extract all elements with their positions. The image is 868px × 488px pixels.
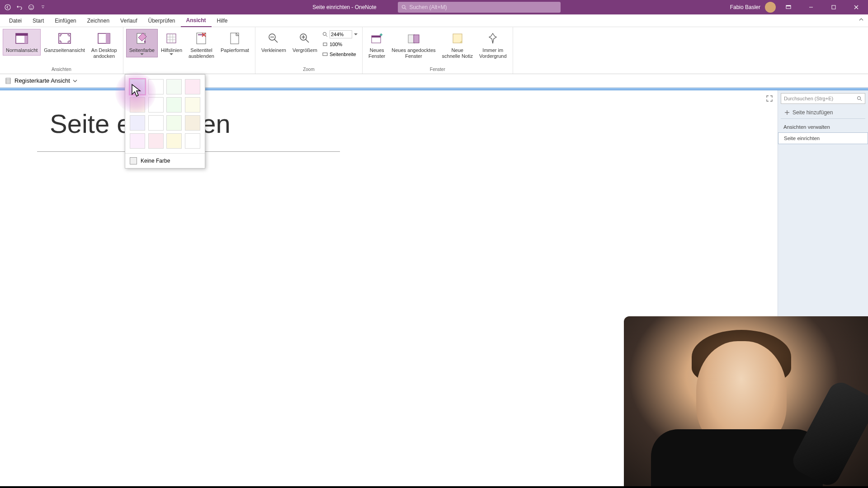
expand-icon[interactable] [766, 95, 773, 102]
color-swatch[interactable] [130, 79, 145, 94]
always-on-top-button[interactable]: Immer im Vordergrund [476, 29, 510, 61]
zoom-100-button[interactable]: 100% [322, 40, 358, 49]
color-swatch[interactable] [185, 79, 200, 94]
svg-point-51 [858, 97, 861, 100]
color-swatch[interactable] [185, 133, 200, 149]
color-swatch[interactable] [166, 115, 182, 131]
new-docked-window-icon [406, 31, 421, 46]
tab-hilfe[interactable]: Hilfe [212, 14, 233, 27]
svg-line-35 [306, 39, 309, 42]
tab-datei[interactable]: Datei [4, 14, 27, 27]
chevron-down-icon[interactable] [73, 80, 77, 82]
undo-icon[interactable] [15, 3, 24, 11]
zoom-pagewidth-button[interactable]: Seitenbreite [322, 50, 358, 59]
menubar: Datei Start Einfügen Zeichnen Verlauf Üb… [0, 14, 868, 27]
color-swatch[interactable] [130, 97, 145, 113]
search-input[interactable] [409, 4, 557, 10]
collapse-ribbon-icon[interactable] [858, 16, 864, 23]
tab-start[interactable]: Start [27, 14, 49, 27]
page-color-icon [135, 31, 149, 46]
minimize-button[interactable] [801, 0, 821, 14]
quick-note-icon [450, 31, 465, 46]
tab-verlauf[interactable]: Verlauf [115, 14, 142, 27]
svg-point-36 [323, 33, 326, 36]
notebook-icon[interactable] [5, 77, 12, 84]
color-swatch[interactable] [148, 133, 164, 149]
svg-point-0 [5, 5, 10, 10]
tab-ueberpruefen[interactable]: Überprüfen [142, 14, 180, 27]
tab-ansicht[interactable]: Ansicht [181, 14, 212, 27]
svg-rect-19 [167, 34, 176, 43]
color-swatch[interactable] [166, 79, 182, 94]
hide-title-button[interactable]: Seitentitel ausblenden [185, 29, 217, 61]
page-color-button[interactable]: Seitenfarbe [126, 29, 158, 57]
zoom-options: 100% Seitenbreite [321, 29, 359, 60]
svg-point-4 [402, 5, 405, 9]
color-swatch[interactable] [185, 97, 200, 113]
color-swatch[interactable] [185, 115, 200, 131]
zoom-out-icon [266, 31, 281, 46]
zoom-value-input[interactable] [330, 30, 352, 38]
ribbon-display-icon[interactable] [778, 0, 798, 14]
zoom-out-button[interactable]: Verkleinern [258, 29, 289, 56]
search-box[interactable] [398, 2, 561, 13]
close-button[interactable] [846, 0, 866, 14]
svg-line-37 [326, 35, 327, 37]
svg-rect-38 [323, 43, 327, 46]
svg-line-52 [860, 99, 862, 101]
svg-point-2 [30, 6, 31, 7]
avatar[interactable] [765, 2, 776, 13]
ribbon-group-views: Normalansicht Ganzseitenansicht An Deskt… [0, 27, 123, 74]
color-swatch[interactable] [130, 115, 145, 131]
hide-title-icon [194, 31, 208, 46]
tab-einfuegen[interactable]: Einfügen [49, 14, 81, 27]
zoom-in-icon [297, 31, 312, 46]
maximize-button[interactable] [824, 0, 844, 14]
svg-rect-9 [832, 5, 835, 9]
dock-desktop-button[interactable]: An Desktop andocken [88, 29, 120, 61]
ribbon-group-window: Neues Fenster Neues angedocktes Fenster … [363, 27, 513, 74]
gridlines-icon [164, 31, 179, 46]
back-icon[interactable] [4, 3, 12, 11]
gridlines-button[interactable]: Hilfslinien [158, 29, 185, 57]
search-icon [857, 96, 862, 101]
qat-dropdown-icon[interactable] [39, 3, 47, 11]
color-swatch[interactable] [166, 97, 182, 113]
svg-line-5 [405, 8, 406, 9]
quick-note-button[interactable]: Neue schnelle Notiz [439, 29, 476, 61]
page-color-popup: Keine Farbe [125, 74, 205, 169]
svg-rect-7 [786, 5, 791, 6]
color-swatch[interactable] [148, 115, 164, 131]
user-name: Fabio Basler [730, 4, 760, 10]
color-swatch[interactable] [130, 133, 145, 149]
webcam-overlay [624, 316, 868, 488]
color-swatch[interactable] [148, 97, 164, 113]
page-list-item[interactable]: Seite einrichten [778, 132, 868, 144]
svg-point-3 [32, 6, 33, 7]
titlebar-left [0, 3, 47, 11]
ribbon-group-zoom: Verkleinern Vergrößern 100% Seitenbreite… [255, 27, 363, 74]
emoji-icon[interactable] [27, 3, 35, 11]
new-docked-window-button[interactable]: Neues angedocktes Fenster [388, 29, 439, 61]
zoom-in-button[interactable]: Vergrößern [289, 29, 321, 56]
zoom-group-label: Zoom [258, 66, 359, 73]
plus-icon [784, 110, 790, 115]
normal-view-button[interactable]: Normalansicht [3, 29, 41, 56]
no-color-option[interactable]: Keine Farbe [125, 153, 205, 168]
new-window-button[interactable]: Neues Fenster [365, 29, 388, 61]
page-list-item[interactable]: Ansichten verwalten [778, 122, 868, 132]
color-swatch[interactable] [148, 79, 164, 94]
add-page-button[interactable]: Seite hinzufügen [781, 107, 865, 119]
svg-rect-45 [414, 35, 419, 43]
notebook-label[interactable]: Registerkarte Ansicht [14, 77, 70, 84]
titlebar: Seite einrichten - OneNote Fabio Basler [0, 0, 868, 14]
window-title: Seite einrichten - OneNote [312, 4, 376, 10]
normal-view-icon [14, 31, 29, 46]
new-window-icon [370, 31, 384, 46]
side-search[interactable]: Durchsuchen (Strg+E) [781, 93, 865, 104]
color-swatch[interactable] [166, 133, 182, 149]
fullpage-view-button[interactable]: Ganzseitenansicht [41, 29, 88, 56]
svg-rect-17 [106, 33, 110, 43]
tab-zeichnen[interactable]: Zeichnen [82, 14, 115, 27]
paper-format-button[interactable]: Papierformat [217, 29, 252, 56]
